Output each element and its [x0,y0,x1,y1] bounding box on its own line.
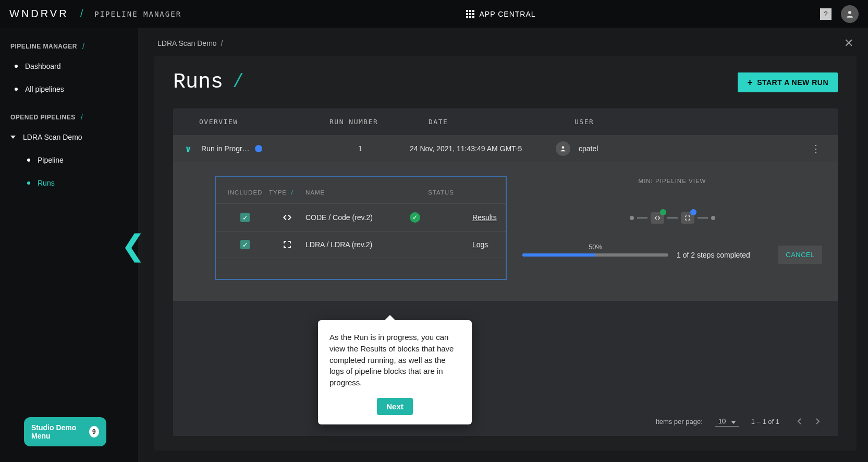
svg-rect-3 [466,13,468,15]
next-page-button[interactable] [811,414,825,429]
progress-text: 1 of 2 steps completed [677,251,750,259]
svg-rect-5 [472,13,474,15]
app-central-label[interactable]: APP CENTRAL [480,10,536,18]
bullet-icon [27,181,30,185]
sidebar-item-label: Dashboard [25,62,61,70]
sidebar: PIPELINE MANAGER/ Dashboard All pipeline… [0,28,142,462]
svg-point-9 [848,11,851,14]
sidebar-section-pipeline-manager: PIPELINE MANAGER/ [0,38,142,55]
sidebar-item-label: All pipelines [25,85,64,93]
included-checkbox[interactable]: ✓ [240,213,250,222]
page-size-select[interactable]: 10 [715,416,739,427]
step-name: CODE / Code (rev.2) [305,213,410,222]
run-number: 1 [311,144,410,153]
expand-icon [269,240,305,249]
product-logo: WNDRVR [9,8,69,20]
mini-pipeline-title: MINI PIPELINE VIEW [639,178,706,184]
row-actions-menu-icon[interactable]: ⋮ [800,142,832,155]
run-name: Run in Progr… [201,144,250,153]
bullet-icon [27,159,30,162]
tour-popover: As the Run is in progress, you can view … [318,320,472,424]
col-run-number: RUN NUMBER [329,118,429,126]
slash-divider: / [80,8,83,20]
runs-table: OVERVIEW RUN NUMBER DATE USER ∨ Run in P… [173,108,838,436]
user-avatar-icon [556,141,570,156]
cancel-run-button[interactable]: CANCEL [778,246,822,264]
user-name: cpatel [579,144,598,153]
step-name: LDRA / LDRA (rev.2) [305,240,410,249]
sidebar-item-label: Pipeline [38,156,64,164]
main-panel: LDRA Scan Demo / ✕ Runs/ + START A NEW R… [142,28,868,462]
steps-header: INCLUDED TYPE / NAME STATUS [216,188,506,204]
svg-rect-1 [469,10,471,12]
col-date: DATE [429,118,574,126]
plus-icon: + [747,78,753,87]
svg-rect-7 [469,16,471,18]
status-running-icon [255,145,262,152]
col-overview: OVERVIEW [199,118,329,126]
help-button[interactable]: ? [820,8,832,20]
step-row: ✓ LDRA / LDRA (rev.2) Logs [216,232,506,258]
demo-menu-label: Studio Demo Menu [31,423,89,440]
bullet-icon [15,65,18,68]
svg-rect-8 [472,16,474,18]
tour-next-button[interactable]: Next [377,398,413,415]
included-checkbox[interactable]: ✓ [240,240,250,249]
apps-grid-icon[interactable] [466,10,474,18]
progress-percent: 50% [589,243,602,251]
svg-rect-2 [472,10,474,12]
sidebar-section-opened-pipelines: OPENED PIPELINES/ [0,109,142,126]
breadcrumb-sep: / [221,39,223,47]
svg-point-10 [562,146,565,149]
run-progress-bar: 50% [522,253,668,257]
sidebar-item-pipeline[interactable]: Pipeline [0,149,142,172]
page-title: Runs/ [173,70,246,94]
table-pager: Items per page: 10 1 – 1 of 1 [173,407,838,436]
breadcrumb-item: LDRA Scan Demo [157,39,217,47]
table-header-row: OVERVIEW RUN NUMBER DATE USER [173,108,838,135]
table-row[interactable]: ∨ Run in Progr… 1 24 Nov, 2021, 11:43:49… [173,135,838,162]
step-row: ✓ CODE / Code (rev.2) ✓ Results [216,204,506,232]
svg-rect-6 [466,16,468,18]
bullet-icon [15,88,18,91]
button-label: START A NEW RUN [757,78,828,87]
pager-range: 1 – 1 of 1 [751,418,779,425]
sidebar-group-ldra-scan-demo[interactable]: LDRA Scan Demo [0,126,142,149]
topbar: WNDRVR / PIPELINE MANAGER APP CENTRAL ? [0,0,868,28]
start-new-run-button[interactable]: + START A NEW RUN [738,72,838,92]
sidebar-item-label: Runs [38,179,55,187]
svg-rect-0 [466,10,468,12]
chevron-down-icon [10,136,16,139]
mini-pipeline-view: MINI PIPELINE VIEW [522,176,822,264]
pipeline-node-code[interactable] [651,212,664,224]
status-success-icon: ✓ [410,212,420,223]
prev-page-button[interactable] [792,414,806,429]
sidebar-item-runs[interactable]: Runs [0,172,142,194]
demo-menu-count-badge: 9 [89,426,99,437]
sidebar-group-label: LDRA Scan Demo [23,133,82,141]
sidebar-item-dashboard[interactable]: Dashboard [0,55,142,78]
svg-rect-4 [469,13,471,15]
studio-demo-menu-button[interactable]: Studio Demo Menu 9 [24,417,106,446]
breadcrumb[interactable]: LDRA Scan Demo / [157,39,223,47]
expand-row-icon[interactable]: ∨ [180,143,196,154]
sidebar-item-all-pipelines[interactable]: All pipelines [0,78,142,101]
steps-panel: INCLUDED TYPE / NAME STATUS ✓ CODE / Cod [215,176,507,280]
account-avatar[interactable] [841,5,859,23]
pipeline-node-ldra[interactable] [681,212,694,224]
expanded-run-details: INCLUDED TYPE / NAME STATUS ✓ CODE / Cod [173,162,838,301]
logs-link[interactable]: Logs [472,240,514,249]
col-user: USER [574,118,731,126]
close-icon[interactable]: ✕ [844,37,853,50]
code-icon [269,213,305,222]
run-date: 24 Nov, 2021, 11:43:49 AM GMT-5 [410,144,556,153]
results-link[interactable]: Results [472,213,514,222]
app-title: PIPELINE MANAGER [94,10,181,18]
pager-label: Items per page: [655,418,702,425]
collapse-sidebar-handle[interactable]: ❮ [121,228,145,262]
mini-pipeline-graph [630,212,715,224]
popover-text: As the Run is in progress, you can view … [329,332,460,388]
